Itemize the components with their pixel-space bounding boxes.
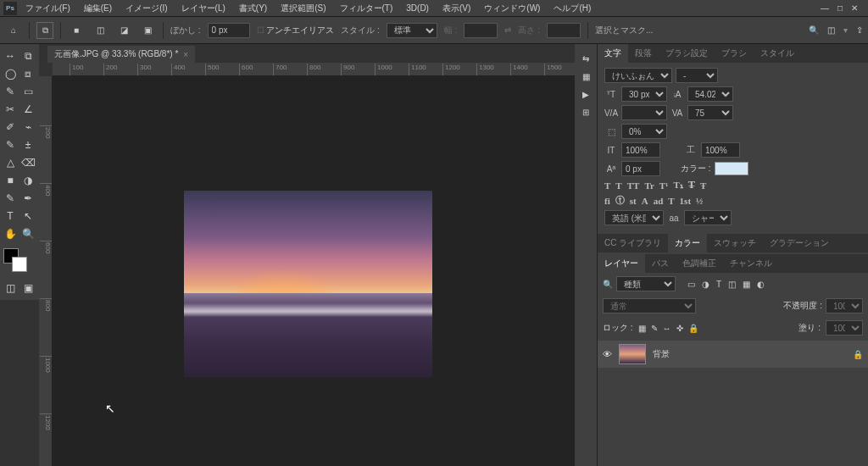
font-style-select[interactable]: - [676, 68, 718, 83]
tool-8[interactable]: ✐ [2, 119, 19, 136]
tool-16[interactable]: ✎ [2, 190, 19, 207]
vertical-ruler[interactable]: 0200400600800100012001400 [39, 76, 53, 466]
lock-option-4[interactable]: 🔒 [688, 324, 698, 333]
dock-icon-0[interactable]: ⇆ [582, 54, 589, 64]
dock-icon-1[interactable]: ▦ [582, 72, 590, 81]
lock-option-1[interactable]: ✎ [651, 324, 658, 333]
tracking-input[interactable]: 75 [687, 105, 733, 120]
layer-name[interactable]: 背景 [653, 348, 670, 360]
screenmode-icon[interactable]: ▣ [19, 280, 36, 297]
dock-icon-2[interactable]: ▶ [582, 90, 589, 99]
close-button[interactable]: ✕ [851, 3, 858, 13]
antialias-select[interactable]: シャープ [684, 210, 732, 225]
opentype-4[interactable]: ad [654, 196, 664, 206]
width-input[interactable] [464, 23, 498, 38]
lock-option-0[interactable]: ▦ [638, 324, 646, 333]
type-style-5[interactable]: T₁ [673, 180, 682, 191]
filter-icon-5[interactable]: ◐ [757, 280, 765, 289]
tool-18[interactable]: T [2, 208, 19, 225]
tab-cclibraries[interactable]: CC ライブラリ [598, 234, 668, 252]
leading-input[interactable]: 54.02 px [687, 86, 733, 102]
tool-2[interactable]: ◯ [2, 65, 19, 82]
layer-thumbnail[interactable] [619, 344, 646, 364]
horizontal-ruler[interactable]: 0010020030040050060070080090010001100120… [53, 63, 575, 76]
opentype-2[interactable]: st [630, 196, 637, 206]
layer-filter-select[interactable]: 種類 [616, 276, 676, 291]
kerning-input[interactable] [621, 105, 667, 120]
opentype-5[interactable]: T [668, 196, 674, 206]
filter-icon-4[interactable]: ▦ [743, 280, 750, 289]
tool-17[interactable]: ✒ [19, 190, 36, 207]
tab-paragraph[interactable]: 段落 [628, 44, 659, 63]
tool-5[interactable]: ▭ [19, 83, 36, 100]
tab-character[interactable]: 文字 [598, 44, 628, 63]
tab-color[interactable]: カラー [668, 234, 707, 252]
tool-4[interactable]: ✎ [2, 83, 19, 100]
opentype-1[interactable]: ⓣ [615, 194, 625, 207]
filter-icon-3[interactable]: ◫ [728, 280, 736, 289]
menu-layer[interactable]: レイヤー(L) [176, 3, 231, 14]
tool-13[interactable]: ⌫ [19, 154, 36, 171]
baseline-pct-input[interactable]: 0% [621, 124, 667, 139]
type-style-7[interactable]: Ŧ [700, 180, 706, 191]
tool-10[interactable]: ✎ [2, 136, 19, 153]
lock-option-3[interactable]: ✜ [676, 324, 683, 333]
lock-option-2[interactable]: ↔ [663, 324, 671, 333]
tool-6[interactable]: ✂ [2, 101, 19, 118]
opentype-7[interactable]: ½ [696, 196, 703, 206]
tool-3[interactable]: ⧈ [19, 65, 36, 82]
menu-window[interactable]: ウィンドウ(W) [479, 3, 545, 14]
menu-type[interactable]: 書式(Y) [234, 3, 272, 14]
tool-11[interactable]: ± [19, 136, 36, 153]
filter-icon-0[interactable]: ▭ [687, 280, 695, 289]
tab-gradients[interactable]: グラデーション [763, 234, 836, 252]
antialias-checkbox[interactable]: ☐ アンチエイリアス [257, 25, 335, 36]
font-family-select[interactable]: けいふぉんと [604, 68, 672, 83]
ruler-origin[interactable] [39, 63, 53, 76]
type-style-0[interactable]: T [604, 180, 610, 191]
select-and-mask-button[interactable]: 選択とマスク... [595, 25, 653, 36]
style-select[interactable]: 標準 [387, 23, 437, 38]
menu-edit[interactable]: 編集(E) [79, 3, 117, 14]
visibility-icon[interactable]: 👁 [603, 349, 612, 359]
fill-input[interactable]: 100% [826, 320, 863, 336]
type-style-1[interactable]: T [615, 180, 621, 191]
filter-icon-1[interactable]: ◑ [702, 280, 709, 289]
blend-mode-select[interactable]: 通常 [603, 298, 696, 313]
opacity-input[interactable]: 100% [826, 298, 863, 313]
feather-input[interactable] [208, 23, 250, 38]
opentype-3[interactable]: A [642, 196, 648, 206]
menu-3d[interactable]: 3D(D) [401, 3, 434, 13]
tab-style[interactable]: スタイル [754, 44, 801, 63]
canvas[interactable] [53, 76, 575, 466]
type-style-3[interactable]: Tr [644, 180, 654, 191]
font-size-input[interactable]: 30 px [621, 86, 667, 102]
tool-9[interactable]: ⌁ [19, 119, 36, 136]
type-style-6[interactable]: T̶ [688, 180, 695, 191]
selection-subtract-icon[interactable]: ◪ [115, 22, 132, 39]
menu-image[interactable]: イメージ(I) [120, 3, 172, 14]
tool-preset-icon[interactable]: ⧉ [36, 22, 53, 39]
tab-channels[interactable]: チャンネル [723, 254, 779, 273]
tab-brush[interactable]: ブラシ [715, 44, 754, 63]
type-style-2[interactable]: TT [627, 180, 640, 191]
quickmask-icon[interactable]: ◫ [2, 280, 19, 297]
selection-add-icon[interactable]: ◫ [92, 22, 108, 39]
filter-icon-2[interactable]: T [716, 280, 721, 289]
baseline-shift-input[interactable] [621, 161, 660, 176]
tool-0[interactable]: ↔ [2, 47, 19, 64]
layer-item[interactable]: 👁 背景 🔒 [598, 341, 868, 368]
text-color-swatch[interactable] [715, 162, 748, 175]
height-input[interactable] [547, 23, 581, 38]
opentype-6[interactable]: 1st [680, 196, 691, 206]
selection-new-icon[interactable]: ■ [68, 22, 85, 39]
tab-adjustments[interactable]: 色調補正 [676, 254, 723, 273]
share-icon[interactable]: ⇪ [856, 25, 863, 35]
menu-select[interactable]: 選択範囲(S) [275, 3, 331, 14]
tab-layers[interactable]: レイヤー [598, 254, 645, 273]
lock-icon[interactable]: 🔒 [853, 350, 863, 359]
menu-file[interactable]: ファイル(F) [20, 3, 75, 14]
menu-filter[interactable]: フィルター(T) [335, 3, 398, 14]
tool-20[interactable]: ✋ [2, 225, 19, 242]
selection-intersect-icon[interactable]: ▣ [139, 22, 156, 39]
